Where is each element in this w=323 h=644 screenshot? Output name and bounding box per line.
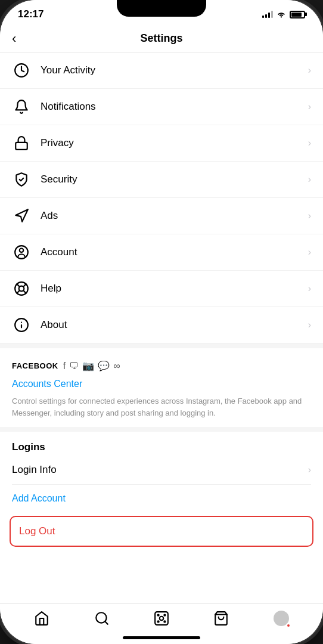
phone-frame: 12:17 ‹ Settings: [0, 0, 323, 644]
facebook-header: FACEBOOK f 🗨 📷 💬 ∞: [12, 360, 311, 371]
svg-point-3: [20, 249, 24, 253]
chevron-icon: ›: [308, 174, 311, 185]
settings-item-label: Help: [41, 283, 308, 295]
notch: [117, 0, 206, 17]
logout-button[interactable]: Log Out: [10, 516, 313, 547]
battery-icon: [290, 11, 305, 18]
svg-point-18: [164, 615, 165, 616]
facebook-label: FACEBOOK: [12, 361, 58, 370]
settings-content: Your Activity › Notifications ›: [0, 52, 323, 603]
accounts-center-link[interactable]: Accounts Center: [12, 379, 311, 389]
home-indicator: [0, 631, 323, 644]
lock-icon: [12, 134, 31, 153]
screen: 12:17 ‹ Settings: [0, 0, 323, 644]
svg-line-14: [105, 621, 108, 624]
svg-point-20: [164, 621, 165, 622]
whatsapp-icon: 💬: [98, 360, 110, 371]
settings-item-help[interactable]: Help ›: [0, 271, 323, 307]
svg-line-7: [23, 290, 26, 293]
tab-shop[interactable]: [213, 610, 229, 627]
chevron-icon: ›: [308, 465, 311, 475]
tab-reels[interactable]: [153, 610, 170, 627]
chevron-icon: ›: [308, 283, 311, 294]
person-circle-icon: [12, 243, 31, 262]
facebook-f-icon: f: [63, 361, 66, 371]
activity-icon: [12, 61, 31, 80]
settings-item-label: About: [41, 319, 308, 331]
settings-item-label: Account: [41, 246, 308, 258]
back-button[interactable]: ‹: [12, 31, 16, 47]
svg-rect-15: [155, 612, 168, 625]
profile-notification-dot: [286, 623, 291, 628]
shield-icon: [12, 170, 31, 189]
settings-item-label: Security: [41, 174, 308, 185]
add-account-link[interactable]: Add Account: [12, 485, 311, 512]
settings-item-your-activity[interactable]: Your Activity ›: [0, 52, 323, 89]
settings-item-account[interactable]: Account ›: [0, 234, 323, 271]
info-circle-icon: [12, 315, 31, 335]
chevron-icon: ›: [308, 101, 311, 112]
home-icon: [33, 610, 50, 627]
home-bar: [123, 636, 200, 639]
wifi-icon: [277, 11, 286, 18]
settings-item-about[interactable]: About ›: [0, 307, 323, 343]
tab-profile[interactable]: [273, 610, 290, 627]
settings-item-ads[interactable]: Ads ›: [0, 198, 323, 234]
bell-icon: [12, 97, 31, 116]
nav-header: ‹ Settings: [0, 25, 323, 52]
lifebuoy-icon: [12, 279, 31, 298]
chevron-icon: ›: [308, 320, 311, 330]
svg-line-8: [23, 284, 26, 287]
tab-search[interactable]: [94, 610, 110, 627]
settings-item-security[interactable]: Security ›: [0, 162, 323, 198]
messenger-icon: 🗨: [69, 361, 79, 371]
chevron-icon: ›: [308, 138, 311, 148]
login-info-label: Login Info: [12, 464, 57, 476]
instagram-icon: 📷: [82, 360, 94, 371]
facebook-description: Control settings for connected experienc…: [12, 395, 311, 419]
status-time: 12:17: [18, 8, 44, 20]
settings-section: Your Activity › Notifications ›: [0, 52, 323, 343]
logins-title: Logins: [12, 441, 311, 453]
shop-icon: [213, 610, 229, 627]
svg-point-17: [157, 615, 159, 616]
login-info-item[interactable]: Login Info ›: [12, 456, 311, 485]
svg-rect-1: [15, 143, 27, 150]
logout-section: Log Out: [0, 512, 323, 556]
settings-item-privacy[interactable]: Privacy ›: [0, 125, 323, 162]
chevron-icon: ›: [308, 247, 311, 258]
settings-item-notifications[interactable]: Notifications ›: [0, 89, 323, 125]
svg-point-16: [160, 617, 164, 621]
facebook-section: FACEBOOK f 🗨 📷 💬 ∞ Accounts Center Contr…: [0, 343, 323, 427]
svg-point-19: [157, 621, 159, 622]
signal-icon: [262, 11, 273, 18]
facebook-icons: f 🗨 📷 💬 ∞: [63, 360, 120, 371]
search-icon: [94, 610, 110, 627]
tab-bar: [0, 603, 323, 631]
status-icons: [262, 11, 305, 18]
megaphone-icon: [12, 206, 31, 225]
tab-home[interactable]: [33, 610, 50, 627]
logins-section: Logins Login Info › Add Account: [0, 427, 323, 512]
page-title: Settings: [140, 32, 182, 45]
reels-icon: [153, 610, 170, 627]
settings-item-label: Your Activity: [41, 64, 308, 76]
settings-item-label: Notifications: [41, 101, 308, 113]
chevron-icon: ›: [308, 210, 311, 221]
settings-item-label: Ads: [41, 210, 308, 222]
meta-icon: ∞: [113, 361, 120, 371]
svg-line-6: [17, 284, 20, 287]
chevron-icon: ›: [308, 65, 311, 76]
settings-item-label: Privacy: [41, 137, 308, 149]
svg-line-9: [17, 290, 20, 293]
